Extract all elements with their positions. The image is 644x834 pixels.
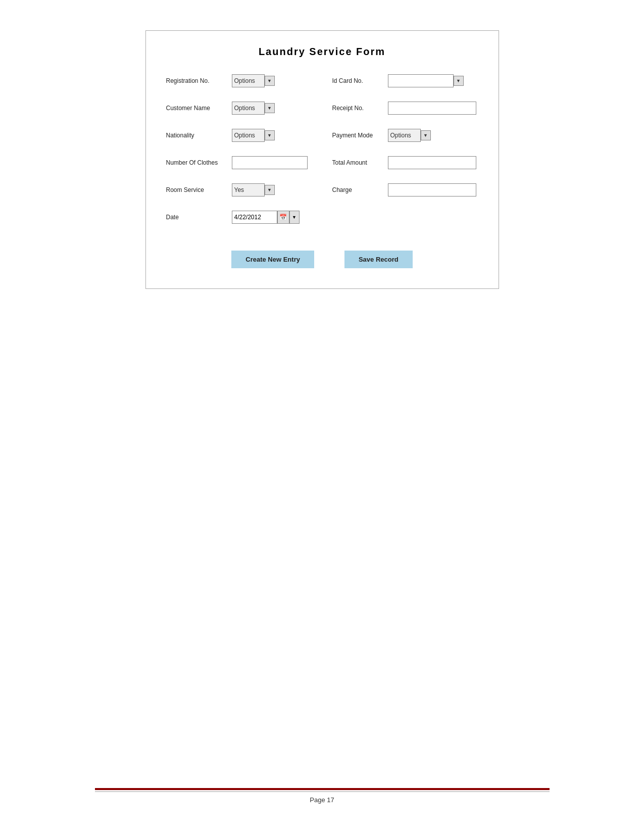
registration-no-label: Registration No. bbox=[166, 77, 232, 84]
registration-no-row: Registration No. Options bbox=[166, 72, 312, 90]
date-label: Date bbox=[166, 214, 232, 221]
date-input[interactable] bbox=[232, 211, 277, 224]
payment-mode-control: Options bbox=[388, 129, 478, 142]
room-service-label: Room Service bbox=[166, 186, 232, 193]
room-service-select[interactable]: Yes bbox=[232, 183, 265, 197]
charge-label: Charge bbox=[332, 186, 388, 193]
nationality-label: Nationality bbox=[166, 132, 232, 139]
nationality-row: Nationality Options bbox=[166, 126, 312, 144]
registration-no-control: Options bbox=[232, 74, 312, 87]
id-card-no-input[interactable] bbox=[388, 74, 454, 87]
form-title: Laundry Service Form bbox=[166, 46, 478, 58]
buttons-row: Create New Entry Save Record bbox=[166, 251, 478, 268]
total-amount-label: Total Amount bbox=[332, 159, 388, 166]
date-control: 📅 ▼ bbox=[232, 211, 312, 224]
payment-mode-select-text: Options bbox=[390, 132, 418, 139]
total-amount-row: Total Amount bbox=[332, 154, 478, 172]
payment-mode-label: Payment Mode bbox=[332, 132, 388, 139]
customer-name-select-text: Options bbox=[234, 105, 262, 112]
customer-name-row: Customer Name Options bbox=[166, 99, 312, 117]
nationality-control: Options bbox=[232, 129, 312, 142]
date-row: Date 📅 ▼ bbox=[166, 208, 312, 226]
id-card-no-label: Id Card No. bbox=[332, 77, 388, 84]
date-wrapper: 📅 ▼ bbox=[232, 211, 300, 224]
save-record-button[interactable]: Save Record bbox=[344, 251, 413, 268]
registration-no-select-text: Options bbox=[234, 77, 262, 84]
room-service-row: Room Service Yes bbox=[166, 181, 312, 199]
laundry-form: Laundry Service Form Registration No. Op… bbox=[145, 30, 499, 289]
id-card-no-control bbox=[388, 74, 478, 87]
id-card-no-row: Id Card No. bbox=[332, 72, 478, 90]
customer-name-control: Options bbox=[232, 102, 312, 115]
number-of-clothes-row: Number Of Clothes bbox=[166, 154, 312, 172]
number-of-clothes-input[interactable] bbox=[232, 156, 308, 169]
room-service-select-text: Yes bbox=[234, 186, 262, 193]
right-column: Id Card No. Receipt No. Payment Mode bbox=[332, 72, 478, 235]
nationality-arrow[interactable] bbox=[265, 130, 275, 140]
number-of-clothes-label: Number Of Clothes bbox=[166, 159, 232, 166]
number-of-clothes-control bbox=[232, 156, 312, 169]
total-amount-input[interactable] bbox=[388, 156, 476, 169]
customer-name-arrow[interactable] bbox=[265, 103, 275, 113]
room-service-control: Yes bbox=[232, 183, 312, 197]
receipt-no-control bbox=[388, 102, 478, 115]
nationality-select-text: Options bbox=[234, 132, 262, 139]
date-arrow[interactable]: ▼ bbox=[289, 211, 300, 224]
nationality-select[interactable]: Options bbox=[232, 129, 265, 142]
customer-name-label: Customer Name bbox=[166, 105, 232, 112]
payment-mode-row: Payment Mode Options bbox=[332, 126, 478, 144]
charge-input[interactable] bbox=[388, 183, 476, 197]
footer-line-light bbox=[95, 791, 550, 792]
room-service-arrow[interactable] bbox=[265, 185, 275, 195]
left-column: Registration No. Options Customer Name O… bbox=[166, 72, 312, 235]
payment-mode-arrow[interactable] bbox=[421, 130, 431, 140]
payment-mode-select[interactable]: Options bbox=[388, 129, 421, 142]
footer-line-dark bbox=[95, 788, 550, 790]
calendar-icon[interactable]: 📅 bbox=[277, 211, 289, 224]
page-footer: Page 17 bbox=[0, 788, 644, 804]
page-number: Page 17 bbox=[310, 796, 334, 804]
registration-no-arrow[interactable] bbox=[265, 76, 275, 86]
receipt-no-label: Receipt No. bbox=[332, 105, 388, 112]
create-new-entry-button[interactable]: Create New Entry bbox=[231, 251, 314, 268]
id-card-no-arrow[interactable] bbox=[454, 76, 464, 86]
receipt-no-input[interactable] bbox=[388, 102, 476, 115]
customer-name-select[interactable]: Options bbox=[232, 102, 265, 115]
charge-control bbox=[388, 183, 478, 197]
total-amount-control bbox=[388, 156, 478, 169]
registration-no-select[interactable]: Options bbox=[232, 74, 265, 87]
receipt-no-row: Receipt No. bbox=[332, 99, 478, 117]
charge-row: Charge bbox=[332, 181, 478, 199]
